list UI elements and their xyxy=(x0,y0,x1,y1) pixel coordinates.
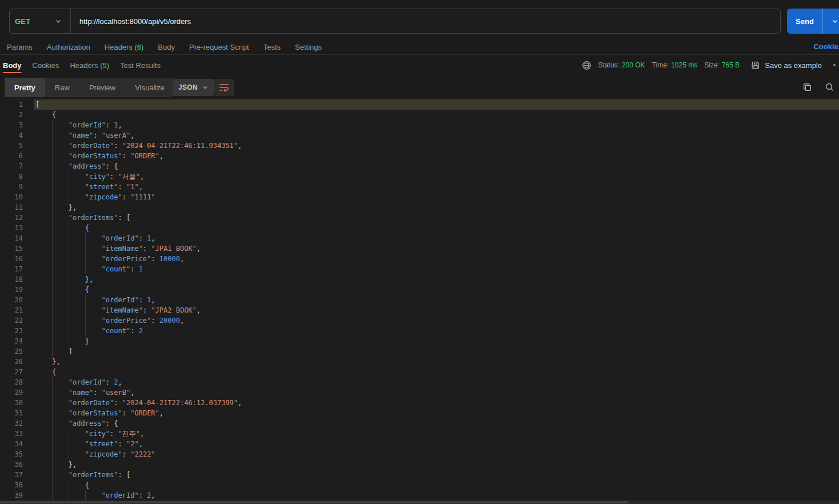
response-tab-cookies[interactable]: Cookies xyxy=(33,55,59,75)
line-number[interactable]: 31 xyxy=(0,408,34,418)
code-line[interactable]: "orderId": 1, xyxy=(34,233,839,243)
request-tab-tests[interactable]: Tests xyxy=(263,43,281,51)
line-number[interactable]: 29 xyxy=(0,387,34,398)
request-tab-body[interactable]: Body xyxy=(158,43,175,51)
line-number[interactable]: 11 xyxy=(0,202,34,213)
code-line[interactable]: "count": 2 xyxy=(34,326,839,336)
code-line[interactable]: [ xyxy=(34,99,839,110)
code-line[interactable]: "orderId": 2, xyxy=(34,490,839,501)
line-number[interactable]: 20 xyxy=(0,295,34,305)
code-line[interactable]: { xyxy=(34,480,839,490)
line-number[interactable]: 28 xyxy=(0,377,34,387)
status-indicator[interactable]: Status: 200 OK xyxy=(598,61,645,69)
send-button[interactable]: Send xyxy=(787,9,839,34)
code-line[interactable]: "address": { xyxy=(34,418,839,429)
view-tab-pretty[interactable]: Pretty xyxy=(5,78,45,97)
line-number[interactable]: 24 xyxy=(0,336,34,346)
code-line[interactable]: "orderStatus": "ORDER", xyxy=(34,408,839,418)
horizontal-scrollbar-thumb[interactable] xyxy=(0,501,629,503)
code-line[interactable]: "city": "진주", xyxy=(34,429,839,439)
code-line[interactable]: "city": "서울", xyxy=(34,171,839,182)
code-line[interactable]: "zipcode": "1111" xyxy=(34,192,839,202)
response-body-editor[interactable]: 1234567891011121314151617181920212223242… xyxy=(0,98,839,504)
send-options-chevron-icon[interactable] xyxy=(823,9,839,34)
view-tab-preview[interactable]: Preview xyxy=(79,78,125,97)
code-line[interactable]: "street": "1", xyxy=(34,182,839,192)
line-number[interactable]: 27 xyxy=(0,367,34,377)
code-line[interactable]: "orderId": 1, xyxy=(34,120,839,130)
code-line[interactable]: "orderStatus": "ORDER", xyxy=(34,151,839,161)
code-line[interactable]: } xyxy=(34,336,839,346)
line-number[interactable]: 2 xyxy=(0,110,34,120)
time-indicator[interactable]: Time: 1025 ms xyxy=(652,61,698,69)
copy-button[interactable] xyxy=(802,82,812,92)
code-line[interactable]: "itemName": "JPA2 BOOK", xyxy=(34,305,839,315)
line-number[interactable]: 9 xyxy=(0,182,34,192)
wrap-text-button[interactable] xyxy=(214,79,234,96)
code-line[interactable]: "address": { xyxy=(34,161,839,171)
line-number[interactable]: 10 xyxy=(0,192,34,202)
line-number[interactable]: 16 xyxy=(0,254,34,264)
code-line[interactable]: "orderDate": "2024-04-21T22:46:12.037399… xyxy=(34,398,839,408)
line-number[interactable]: 26 xyxy=(0,357,34,367)
code-line[interactable]: "orderItems": [ xyxy=(34,470,839,480)
code-line[interactable]: }, xyxy=(34,459,839,470)
line-number[interactable]: 5 xyxy=(0,141,34,151)
line-number[interactable]: 18 xyxy=(0,274,34,285)
format-select[interactable]: JSON xyxy=(173,79,214,96)
code-line[interactable]: "orderId": 1, xyxy=(34,295,839,305)
view-tab-visualize[interactable]: Visualize xyxy=(125,78,174,97)
code-line[interactable]: "name": "userA", xyxy=(34,130,839,141)
line-number[interactable]: 7 xyxy=(0,161,34,171)
view-tab-raw[interactable]: Raw xyxy=(45,78,79,97)
line-number[interactable]: 1 xyxy=(0,99,34,110)
request-tab-pre-request-script[interactable]: Pre-request Script xyxy=(189,43,249,51)
code-line[interactable]: "name": "userB", xyxy=(34,387,839,398)
line-number[interactable]: 37 xyxy=(0,470,34,480)
line-number[interactable]: 38 xyxy=(0,480,34,490)
code-line[interactable]: }, xyxy=(34,274,839,285)
code-line[interactable]: ] xyxy=(34,346,839,357)
line-number[interactable]: 14 xyxy=(0,233,34,243)
response-tab-headers[interactable]: Headers (5) xyxy=(70,55,109,75)
line-number[interactable]: 33 xyxy=(0,429,34,439)
json-code-area[interactable]: [ { "orderId": 1, "name": "userA", "orde… xyxy=(34,99,839,501)
url-input[interactable]: http://localhost:8000/api/v5/orders xyxy=(79,17,191,26)
save-as-example-button[interactable]: Save as example xyxy=(751,61,822,70)
request-tab-params[interactable]: Params xyxy=(7,43,33,51)
line-number[interactable]: 22 xyxy=(0,315,34,326)
code-line[interactable]: "orderItems": [ xyxy=(34,213,839,223)
request-tab-settings[interactable]: Settings xyxy=(295,43,322,51)
code-line[interactable]: "orderId": 2, xyxy=(34,377,839,387)
line-number[interactable]: 19 xyxy=(0,285,34,295)
line-number[interactable]: 12 xyxy=(0,213,34,223)
line-number[interactable]: 17 xyxy=(0,264,34,274)
response-tab-body[interactable]: Body xyxy=(3,55,22,75)
line-number[interactable]: 35 xyxy=(0,449,34,459)
line-number[interactable]: 6 xyxy=(0,151,34,161)
code-line[interactable]: "street": "2", xyxy=(34,439,839,449)
more-dot-icon[interactable] xyxy=(833,64,836,66)
line-number[interactable]: 34 xyxy=(0,439,34,449)
line-number[interactable]: 13 xyxy=(0,223,34,233)
line-number[interactable]: 15 xyxy=(0,243,34,254)
horizontal-scrollbar[interactable] xyxy=(0,501,839,504)
code-line[interactable]: { xyxy=(34,223,839,233)
size-indicator[interactable]: Size: 765 B xyxy=(704,61,740,69)
code-line[interactable]: }, xyxy=(34,357,839,367)
line-number[interactable]: 21 xyxy=(0,305,34,315)
line-number[interactable]: 8 xyxy=(0,171,34,182)
line-number[interactable]: 32 xyxy=(0,418,34,429)
line-number[interactable]: 4 xyxy=(0,130,34,141)
code-line[interactable]: { xyxy=(34,110,839,120)
line-number[interactable]: 23 xyxy=(0,326,34,336)
request-tab-authorization[interactable]: Authorization xyxy=(47,43,90,51)
code-line[interactable]: "itemName": "JPA1 BOOK", xyxy=(34,243,839,254)
line-number[interactable]: 3 xyxy=(0,120,34,130)
code-line[interactable]: "count": 1 xyxy=(34,264,839,274)
line-number[interactable]: 39 xyxy=(0,490,34,501)
search-button[interactable] xyxy=(825,82,834,92)
line-number[interactable]: 36 xyxy=(0,459,34,470)
code-line[interactable]: { xyxy=(34,367,839,377)
code-line[interactable]: "orderPrice": 10000, xyxy=(34,254,839,264)
